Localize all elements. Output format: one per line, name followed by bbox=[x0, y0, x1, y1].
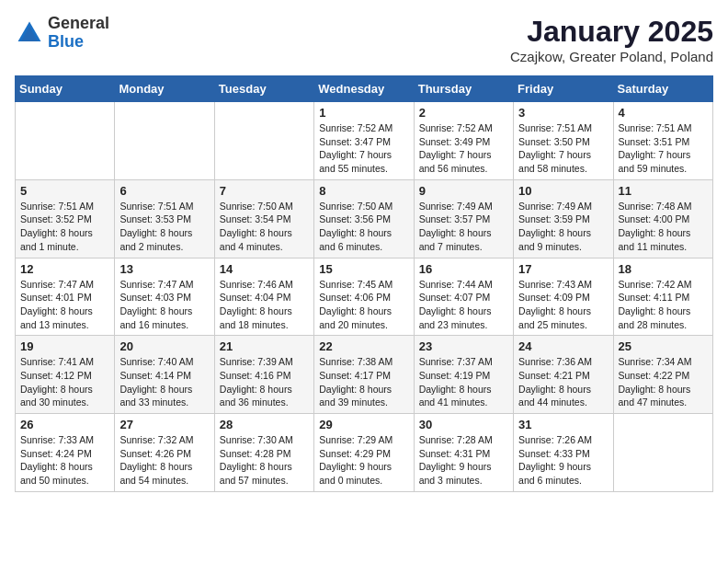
calendar-cell: 21Sunrise: 7:39 AMSunset: 4:16 PMDayligh… bbox=[214, 336, 313, 414]
day-number: 29 bbox=[319, 418, 408, 431]
calendar-cell: 7Sunrise: 7:50 AMSunset: 3:54 PMDaylight… bbox=[214, 179, 313, 258]
month-title: January 2025 bbox=[510, 15, 713, 49]
day-info: Sunset: 4:16 PM bbox=[220, 369, 309, 383]
calendar-cell: 4Sunrise: 7:51 AMSunset: 3:51 PMDaylight… bbox=[613, 102, 712, 180]
page-header: General Blue January 2025 Czajkow, Great… bbox=[15, 15, 713, 64]
day-number: 23 bbox=[419, 339, 508, 353]
day-info: Sunset: 3:47 PM bbox=[319, 135, 408, 149]
day-info: Sunrise: 7:34 AM bbox=[619, 355, 708, 369]
calendar-week-3: 12Sunrise: 7:47 AMSunset: 4:01 PMDayligh… bbox=[16, 258, 713, 336]
day-info: Sunrise: 7:29 AM bbox=[319, 433, 408, 447]
calendar-cell: 19Sunrise: 7:41 AMSunset: 4:12 PMDayligh… bbox=[16, 336, 115, 414]
day-number: 11 bbox=[619, 184, 708, 198]
day-info: Sunset: 4:07 PM bbox=[419, 291, 508, 304]
day-info: Sunset: 4:33 PM bbox=[518, 447, 608, 461]
day-info: Sunset: 4:09 PM bbox=[518, 291, 608, 304]
calendar-cell: 23Sunrise: 7:37 AMSunset: 4:19 PMDayligh… bbox=[414, 336, 513, 414]
day-info: Daylight: 8 hours and 18 minutes. bbox=[220, 304, 309, 331]
day-info: Daylight: 8 hours and 33 minutes. bbox=[119, 383, 209, 409]
weekday-header-wednesday: Wednesday bbox=[314, 76, 414, 102]
day-info: Sunset: 4:01 PM bbox=[20, 291, 109, 304]
day-info: Sunset: 3:57 PM bbox=[419, 213, 508, 226]
day-info: Daylight: 8 hours and 36 minutes. bbox=[220, 383, 309, 409]
day-info: Sunset: 3:49 PM bbox=[419, 135, 508, 149]
calendar-cell bbox=[214, 102, 313, 180]
day-info: Sunrise: 7:32 AM bbox=[119, 433, 209, 447]
day-info: Sunset: 3:52 PM bbox=[20, 213, 109, 226]
day-info: Daylight: 8 hours and 2 minutes. bbox=[119, 226, 209, 253]
logo-blue: Blue bbox=[48, 32, 84, 51]
day-info: Sunrise: 7:44 AM bbox=[419, 278, 508, 292]
calendar-cell bbox=[16, 102, 115, 180]
calendar-cell: 24Sunrise: 7:36 AMSunset: 4:21 PMDayligh… bbox=[514, 336, 613, 414]
day-info: Sunrise: 7:30 AM bbox=[220, 433, 309, 447]
day-info: Daylight: 8 hours and 50 minutes. bbox=[20, 460, 109, 487]
calendar-week-1: 1Sunrise: 7:52 AMSunset: 3:47 PMDaylight… bbox=[16, 102, 713, 180]
day-info: Sunrise: 7:43 AM bbox=[518, 278, 608, 292]
day-info: Daylight: 8 hours and 47 minutes. bbox=[619, 383, 708, 409]
day-info: Daylight: 9 hours and 6 minutes. bbox=[518, 460, 608, 487]
day-info: Sunrise: 7:50 AM bbox=[220, 200, 309, 213]
weekday-header-sunday: Sunday bbox=[16, 76, 115, 102]
day-number: 1 bbox=[319, 106, 408, 120]
weekday-header-saturday: Saturday bbox=[613, 76, 712, 102]
calendar-cell: 31Sunrise: 7:26 AMSunset: 4:33 PMDayligh… bbox=[514, 414, 613, 492]
day-info: Sunrise: 7:51 AM bbox=[518, 121, 608, 135]
calendar-cell: 14Sunrise: 7:46 AMSunset: 4:04 PMDayligh… bbox=[214, 258, 313, 336]
calendar-week-2: 5Sunrise: 7:51 AMSunset: 3:52 PMDaylight… bbox=[16, 179, 713, 258]
day-info: Sunrise: 7:45 AM bbox=[319, 278, 408, 292]
calendar-cell: 27Sunrise: 7:32 AMSunset: 4:26 PMDayligh… bbox=[115, 414, 214, 492]
logo: General Blue bbox=[15, 15, 109, 52]
day-info: Daylight: 9 hours and 3 minutes. bbox=[419, 460, 508, 487]
day-info: Sunrise: 7:28 AM bbox=[419, 433, 508, 447]
day-info: Daylight: 7 hours and 55 minutes. bbox=[319, 148, 408, 175]
day-number: 31 bbox=[518, 418, 608, 431]
day-info: Sunrise: 7:40 AM bbox=[119, 355, 209, 369]
logo-general: General bbox=[48, 14, 109, 32]
day-number: 8 bbox=[319, 184, 408, 198]
calendar-cell: 5Sunrise: 7:51 AMSunset: 3:52 PMDaylight… bbox=[16, 179, 115, 258]
day-info: Daylight: 9 hours and 0 minutes. bbox=[319, 460, 408, 487]
day-info: Sunset: 4:12 PM bbox=[20, 369, 109, 383]
day-number: 10 bbox=[518, 184, 608, 198]
day-number: 6 bbox=[119, 184, 209, 198]
day-info: Sunrise: 7:51 AM bbox=[119, 200, 209, 213]
day-info: Sunset: 4:00 PM bbox=[619, 213, 708, 226]
logo-icon bbox=[15, 18, 44, 48]
day-info: Sunrise: 7:52 AM bbox=[419, 121, 508, 135]
calendar-cell: 6Sunrise: 7:51 AMSunset: 3:53 PMDaylight… bbox=[115, 179, 214, 258]
calendar-cell: 8Sunrise: 7:50 AMSunset: 3:56 PMDaylight… bbox=[314, 179, 414, 258]
day-info: Daylight: 8 hours and 16 minutes. bbox=[119, 304, 209, 331]
day-info: Sunrise: 7:47 AM bbox=[20, 278, 109, 292]
day-info: Daylight: 8 hours and 54 minutes. bbox=[119, 460, 209, 487]
calendar-cell: 3Sunrise: 7:51 AMSunset: 3:50 PMDaylight… bbox=[514, 102, 613, 180]
calendar-cell: 17Sunrise: 7:43 AMSunset: 4:09 PMDayligh… bbox=[514, 258, 613, 336]
day-info: Sunrise: 7:52 AM bbox=[319, 121, 408, 135]
day-info: Daylight: 8 hours and 25 minutes. bbox=[518, 304, 608, 331]
day-info: Daylight: 7 hours and 56 minutes. bbox=[419, 148, 508, 175]
logo-text: General Blue bbox=[48, 15, 109, 52]
day-info: Sunrise: 7:26 AM bbox=[518, 433, 608, 447]
day-number: 5 bbox=[20, 184, 109, 198]
day-number: 19 bbox=[20, 339, 109, 353]
day-info: Sunset: 3:51 PM bbox=[619, 135, 708, 149]
day-info: Sunrise: 7:39 AM bbox=[220, 355, 309, 369]
day-number: 17 bbox=[518, 262, 608, 276]
day-info: Sunrise: 7:50 AM bbox=[319, 200, 408, 213]
day-number: 22 bbox=[319, 339, 408, 353]
day-info: Sunset: 4:26 PM bbox=[119, 447, 209, 461]
calendar-cell: 9Sunrise: 7:49 AMSunset: 3:57 PMDaylight… bbox=[414, 179, 513, 258]
day-info: Daylight: 8 hours and 11 minutes. bbox=[619, 226, 708, 253]
day-number: 20 bbox=[119, 339, 209, 353]
day-number: 28 bbox=[220, 418, 309, 431]
day-info: Sunrise: 7:36 AM bbox=[518, 355, 608, 369]
day-number: 2 bbox=[419, 106, 508, 120]
day-number: 3 bbox=[518, 106, 608, 120]
day-info: Sunrise: 7:41 AM bbox=[20, 355, 109, 369]
calendar-cell: 22Sunrise: 7:38 AMSunset: 4:17 PMDayligh… bbox=[314, 336, 414, 414]
day-info: Sunset: 4:31 PM bbox=[419, 447, 508, 461]
day-number: 14 bbox=[220, 262, 309, 276]
day-info: Daylight: 8 hours and 41 minutes. bbox=[419, 383, 508, 409]
day-info: Daylight: 7 hours and 58 minutes. bbox=[518, 148, 608, 175]
calendar-cell: 11Sunrise: 7:48 AMSunset: 4:00 PMDayligh… bbox=[613, 179, 712, 258]
